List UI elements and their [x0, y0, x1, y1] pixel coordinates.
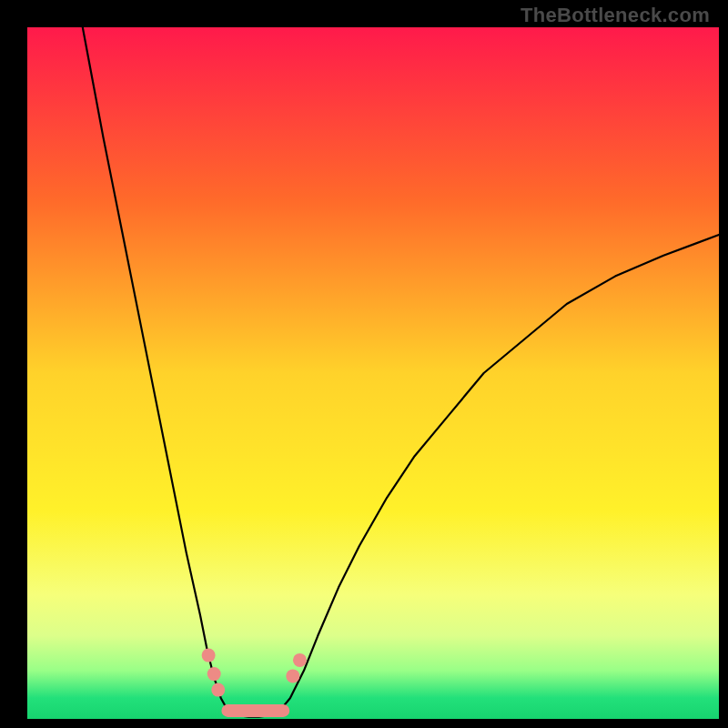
bottleneck-chart [0, 0, 728, 728]
plot-background [27, 27, 719, 719]
marker-dot [211, 683, 225, 697]
marker-dot [207, 667, 221, 681]
watermark-label: TheBottleneck.com [521, 4, 710, 27]
marker-dot [202, 649, 216, 662]
chart-stage: TheBottleneck.com [0, 0, 728, 728]
marker-dot [286, 669, 299, 682]
marker-dot [293, 653, 307, 667]
